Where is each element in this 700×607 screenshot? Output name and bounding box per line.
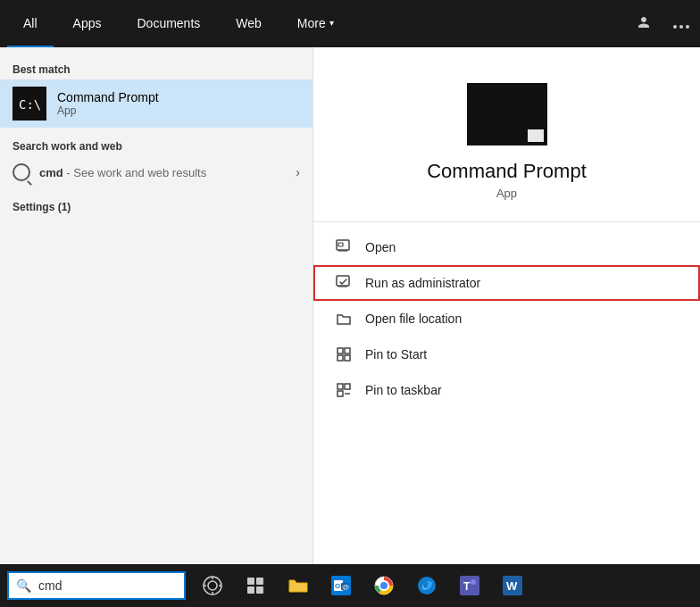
folder-icon — [335, 310, 353, 328]
pin-taskbar-icon — [335, 381, 353, 399]
svg-text:T: T — [463, 580, 471, 593]
action-pin-start[interactable]: Pin to Start — [313, 337, 700, 372]
pin-start-icon — [335, 345, 353, 363]
svg-rect-21 — [247, 578, 254, 585]
svg-point-1 — [679, 25, 683, 29]
command-prompt-result[interactable]: C:\ Command Prompt App — [0, 79, 312, 128]
app-title-large: Command Prompt — [427, 160, 587, 183]
right-panel: Command Prompt App Open — [312, 47, 700, 564]
action-pin-start-label: Pin to Start — [365, 347, 427, 362]
taskbar-outlook[interactable]: O @ — [321, 564, 361, 607]
svg-rect-13 — [345, 384, 350, 389]
app-icon-large — [467, 83, 547, 146]
left-panel: Best match C:\ Command Prompt App Search… — [0, 47, 312, 564]
svg-point-0 — [673, 25, 677, 29]
search-description: - See work and web results — [66, 166, 206, 179]
chevron-down-icon: ▾ — [329, 18, 334, 28]
action-pin-taskbar[interactable]: Pin to taskbar — [313, 372, 700, 408]
search-web-item[interactable]: cmd - See work and web results › — [0, 156, 312, 188]
svg-text:O: O — [335, 582, 340, 590]
result-text: Command Prompt App — [57, 90, 159, 117]
main-content: Best match C:\ Command Prompt App Search… — [0, 47, 700, 564]
search-query: cmd — [39, 166, 63, 179]
taskbar-search-box[interactable]: 🔍 cmd — [7, 571, 186, 600]
nav-tab-documents[interactable]: Documents — [121, 0, 216, 47]
svg-rect-22 — [256, 578, 263, 585]
svg-rect-24 — [256, 586, 263, 594]
svg-point-33 — [418, 577, 436, 595]
nav-right-actions — [632, 11, 693, 37]
svg-rect-6 — [338, 243, 343, 246]
taskbar-search-text: cmd — [38, 578, 62, 593]
svg-rect-9 — [345, 348, 350, 353]
more-options-icon[interactable] — [670, 12, 693, 36]
taskbar-search-button[interactable] — [193, 564, 232, 607]
best-match-label: Best match — [0, 58, 312, 79]
admin-icon — [335, 274, 353, 292]
action-open-label: Open — [365, 240, 396, 254]
action-run-admin-label: Run as administrator — [365, 276, 480, 290]
taskbar-task-view[interactable] — [236, 564, 275, 607]
cmd-icon-decoration — [528, 129, 544, 142]
search-work-web-section: Search work and web cmd - See work and w… — [0, 135, 312, 188]
taskbar: 🔍 cmd — [0, 564, 700, 607]
svg-point-2 — [686, 25, 689, 29]
svg-rect-12 — [338, 384, 343, 389]
svg-text:W: W — [506, 579, 518, 593]
action-pin-taskbar-label: Pin to taskbar — [365, 383, 442, 397]
search-web-text: cmd - See work and web results — [39, 166, 206, 179]
svg-point-16 — [208, 581, 217, 590]
nav-tab-more[interactable]: More ▾ — [281, 0, 350, 47]
open-icon — [335, 238, 353, 256]
svg-rect-14 — [338, 391, 343, 396]
app-type: App — [496, 187, 517, 200]
svg-text:C:\: C:\ — [19, 97, 41, 112]
svg-rect-11 — [345, 355, 350, 361]
top-navigation: All Apps Documents Web More ▾ — [0, 0, 700, 47]
svg-text:@: @ — [342, 583, 349, 591]
taskbar-file-explorer[interactable] — [279, 564, 318, 607]
result-subtitle: App — [57, 104, 159, 117]
taskbar-word[interactable]: W — [493, 564, 532, 607]
taskbar-teams[interactable]: T — [450, 564, 489, 607]
taskbar-edge[interactable] — [407, 564, 446, 607]
nav-tab-all[interactable]: All — [7, 0, 54, 47]
svg-rect-10 — [338, 355, 343, 361]
result-title: Command Prompt — [57, 90, 159, 104]
settings-section: Settings (1) — [0, 195, 312, 217]
search-work-web-label: Search work and web — [0, 135, 312, 156]
svg-rect-23 — [247, 586, 254, 594]
action-run-admin[interactable]: Run as administrator — [313, 265, 700, 301]
command-prompt-icon: C:\ — [12, 87, 46, 121]
taskbar-search-icon: 🔍 — [16, 578, 31, 593]
taskbar-chrome[interactable] — [364, 564, 404, 607]
nav-tab-apps[interactable]: Apps — [57, 0, 118, 47]
search-circle-icon — [12, 163, 30, 181]
taskbar-icons: O @ — [193, 564, 532, 607]
action-open[interactable]: Open — [313, 229, 700, 265]
action-open-location[interactable]: Open file location — [313, 301, 700, 337]
svg-point-36 — [471, 579, 476, 585]
svg-rect-8 — [338, 348, 343, 353]
action-list: Open Run as administrator — [313, 229, 700, 408]
divider — [313, 221, 700, 222]
svg-point-32 — [381, 583, 387, 588]
settings-label: Settings (1) — [0, 195, 312, 217]
chevron-right-icon: › — [296, 165, 300, 179]
action-open-location-label: Open file location — [365, 312, 462, 326]
svg-rect-7 — [337, 276, 349, 286]
user-icon[interactable] — [632, 11, 655, 37]
nav-tab-web[interactable]: Web — [220, 0, 278, 47]
